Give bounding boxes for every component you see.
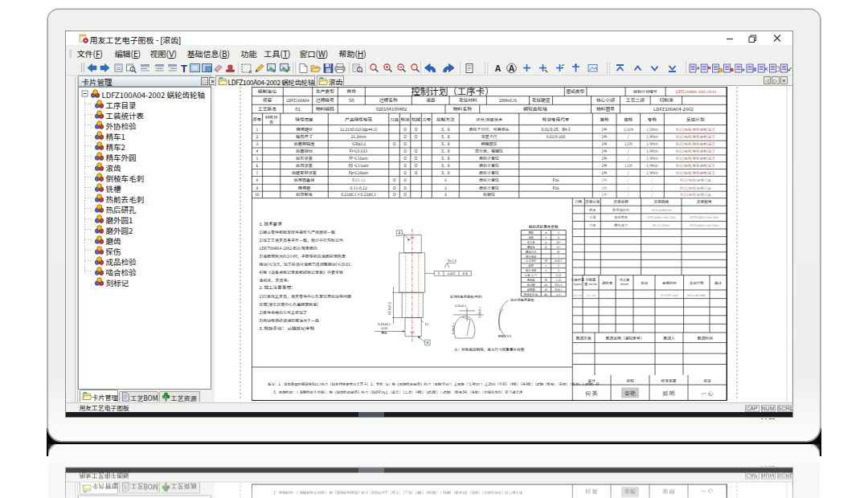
svg-text:专检: 专检: [648, 116, 657, 122]
svg-text:轴向尺寸: 轴向尺寸: [296, 133, 313, 139]
svg-text:O: O: [393, 177, 396, 182]
svg-text:≤Ra3.2: ≤Ra3.2: [351, 141, 366, 146]
svg-text:图纸类型: 图纸类型: [567, 88, 585, 95]
svg-text:LDFZ100A04-2002.50.01: LDFZ100A04-2002.50.01: [676, 89, 717, 94]
svg-text:变位 系数: 变位 系数: [526, 268, 538, 272]
svg-text:标识/隔离/重新调整/返工: 标识/隔离/重新调整/返工: [676, 134, 716, 139]
svg-text:O: O: [415, 155, 418, 161]
svg-text:过程编号: 过程编号: [316, 96, 334, 104]
svg-text:Φ28.12: Φ28.12: [352, 177, 366, 182]
svg-text:LDF/T00A04-2002-B10 规定齿向: LDF/T00A04-2002-B10 规定齿向: [260, 244, 317, 250]
svg-text:磨齿滚刀: 磨齿滚刀: [614, 222, 628, 227]
svg-text:3、8: 3、8: [441, 169, 450, 174]
svg-text:设计: 设计: [588, 377, 596, 382]
svg-text:α: α: [545, 239, 547, 243]
svg-text:审定: 审定: [703, 377, 711, 382]
svg-text:df: df: [545, 287, 548, 291]
svg-text:项目: 项目: [263, 96, 272, 104]
svg-text:齿顶倒角示意图(两处): 齿顶倒角示意图(两处): [450, 293, 483, 298]
svg-text:/: /: [628, 184, 629, 190]
svg-text:齿面跳动: 齿面跳动: [296, 148, 313, 153]
svg-text:反应计划: 反应计划: [690, 280, 704, 284]
svg-text:1/4hm: 1/4hm: [646, 148, 658, 153]
svg-text:更改次数: 更改次数: [576, 335, 592, 341]
svg-text:4.5: 4.5: [557, 292, 561, 296]
svg-text:/: /: [628, 148, 629, 153]
svg-text:O: O: [393, 191, 396, 197]
svg-text:损情况 提前更换): 损情况 提前更换): [687, 292, 706, 296]
svg-text:刀具: 刀具: [589, 222, 596, 227]
svg-text:O: O: [403, 177, 407, 182]
svg-text:F: F: [438, 271, 440, 275]
svg-text:类: 类: [269, 118, 274, 124]
svg-text:齿形误差: 齿形误差: [296, 155, 313, 161]
svg-text:粗糙度仪: 粗糙度仪: [481, 141, 497, 146]
svg-text:0.01/0-25、Φ4.5: 0.01/0-25、Φ4.5: [542, 125, 571, 131]
svg-text:倒棱2-0.5: 倒棱2-0.5: [498, 333, 513, 337]
svg-text:1件: 1件: [602, 141, 608, 146]
svg-text:3、周期检验：（·滚棒检验不合格）：按《滚齿检验规范》执行（: 3、周期检验：（·滚棒检验不合格）：按《滚齿检验规范》执行（如转P26上（返工）…: [273, 389, 523, 394]
svg-text:更换时间: 更换时间: [662, 280, 677, 284]
svg-text:跨棒距: 跨棒距: [527, 278, 536, 282]
svg-text:更改说明（通知单号）: 更改说明（通知单号）: [606, 335, 645, 341]
svg-text:夹具: 夹具: [589, 206, 596, 211]
svg-text:3: 3: [444, 191, 447, 197]
svg-text:Ra 1.6: Ra 1.6: [448, 259, 457, 263]
svg-text:压力角: 压力角: [527, 239, 535, 243]
svg-text:3: 3: [444, 184, 447, 190]
svg-text:A-B: A-B: [463, 271, 469, 275]
svg-text:滚齿夹具: 滚齿夹具: [614, 214, 628, 219]
svg-text:T: T: [181, 59, 187, 75]
svg-text:Fβ ≤15um: Fβ ≤15um: [349, 161, 369, 167]
svg-text:1)确认零件和批准样件是否与产品图样一致: 1)确认零件和批准样件是否与产品图样一致: [260, 229, 335, 235]
svg-text:/: /: [628, 191, 629, 197]
svg-text:1/2h: 1/2h: [624, 141, 633, 146]
svg-text:/0.05: /0.05: [381, 326, 387, 330]
svg-text:标识/隔离/重新调整/返工: 标识/隔离/重新调整/返工: [676, 169, 716, 174]
svg-text:3)自动检测必须涂防锈油大于一处: 3)自动检测必须涂防锈油大于一处: [260, 316, 319, 323]
svg-text:首检: 首检: [600, 116, 610, 122]
svg-text:百分表、偏摆仪: 百分表、偏摆仪: [475, 148, 503, 153]
svg-text:B: B: [427, 340, 429, 345]
svg-text:更改时间: 更改时间: [698, 335, 713, 341]
svg-text:11.5±0.1: 11.5±0.1: [387, 301, 391, 315]
svg-text:Fp≤29um: Fp≤29um: [349, 169, 368, 174]
svg-text:25.3mm: 25.3mm: [351, 133, 366, 139]
svg-text:O: O: [415, 125, 418, 131]
svg-text:10: 10: [255, 191, 260, 197]
svg-text:dp: dp: [544, 292, 548, 296]
svg-text:齿根圆: 齿根圆: [527, 287, 536, 291]
svg-text:检测: 检测: [401, 116, 410, 122]
svg-text:1/2hm: 1/2hm: [646, 125, 658, 131]
svg-text:注：所有棱边倒钝，未注尺寸和重量补样图: 注：所有棱边倒钝，未注尺寸和重量补样图: [454, 347, 525, 352]
svg-text:8.81?: 8.81?: [555, 259, 563, 263]
svg-text:s: s: [546, 263, 547, 267]
svg-text:螺旋角: 螺旋角: [527, 244, 535, 248]
svg-text:标识/隔离/更换刀具: 标识/隔离/更换刀具: [680, 185, 711, 190]
svg-text:5: 5: [256, 155, 259, 161]
svg-text:020104100402: 020104100402: [376, 104, 407, 112]
svg-text:5: 5: [558, 263, 559, 267]
svg-text:7: 7: [256, 169, 259, 174]
svg-text:1/2h: 1/2h: [624, 161, 633, 167]
svg-text:15°: 15°: [556, 244, 561, 248]
svg-text:3、8: 3、8: [441, 148, 450, 153]
svg-text:齿向误差: 齿向误差: [296, 161, 313, 167]
svg-text:50: 50: [349, 96, 354, 104]
svg-text:标识/隔离/重新调整/返工: 标识/隔离/重新调整/返工: [676, 149, 716, 153]
svg-text:跳动(≤)0.5，加工前须对滚齿刀具调整跳动(≤)0.01: 跳动(≤)0.5，加工前须对滚齿刀具调整跳动(≤)0.01: [260, 260, 351, 267]
svg-text:LDFZ100A04-2002: LDFZ100A04-2002: [653, 104, 694, 112]
svg-text:M2 Z11 Φ100°: M2 Z11 Φ100°: [653, 222, 670, 227]
svg-text:资源规格: 资源规格: [653, 198, 669, 204]
svg-text:0.05: 0.05: [556, 273, 562, 277]
svg-text:毛坯材料: 毛坯材料: [459, 96, 477, 104]
svg-text:序号: 序号: [252, 116, 262, 122]
svg-text:齿数: 齿数: [529, 235, 534, 239]
svg-text:LDFZ100A04-2001-J001: LDFZ100A04-2001-J001: [647, 215, 677, 219]
svg-text:物料名称: 物料名称: [453, 104, 472, 112]
svg-text:控制计划（工序卡）: 控制计划（工序卡）: [411, 87, 494, 97]
svg-text:工艺版本: 工艺版本: [258, 104, 276, 112]
svg-text:O: O: [403, 191, 407, 197]
svg-text:C1: C1: [425, 321, 429, 325]
svg-text:m: m: [545, 231, 548, 235]
